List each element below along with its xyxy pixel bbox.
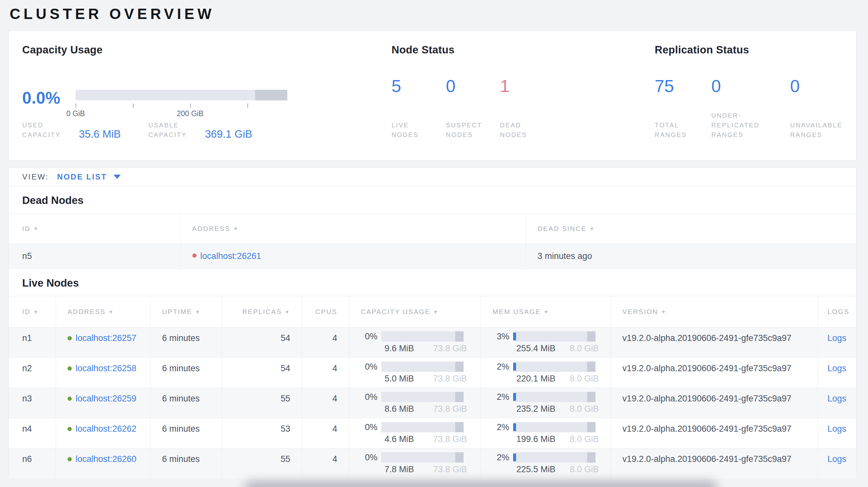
live-nodes-header-row: ID▼ ADDRESS▼ UPTIME▼ REPLICAS▼ CPUS CAPA… [9, 296, 856, 327]
node-id: n1 [9, 327, 56, 357]
dead-node-address-link[interactable]: localhost:26261 [200, 251, 261, 261]
dead-col-header-address[interactable]: ADDRESS▼ [181, 214, 526, 244]
live-col-header-mem-usage[interactable]: MEM USAGE▼ [480, 296, 611, 327]
node-address-link[interactable]: localhost:26257 [75, 333, 136, 343]
node-address-link[interactable]: localhost:26258 [75, 363, 136, 373]
live-nodes-count: 5 [392, 76, 446, 96]
node-mem-usage-cell: 2% 199.6 MiB8.0 GiB [480, 418, 611, 448]
node-mem-usage-cell: 2% 235.2 MiB8.0 GiB [480, 388, 611, 418]
node-logs-cell: Logs [817, 418, 856, 448]
node-logs-cell: Logs [817, 388, 856, 418]
live-col-header-address[interactable]: ADDRESS▼ [56, 296, 150, 327]
live-nodes-heading: Live Nodes [9, 269, 856, 296]
node-uptime: 6 minutes [150, 358, 222, 388]
live-col-header-version[interactable]: VERSION▼ [611, 296, 817, 327]
live-node-row: n6 localhost:26260 6 minutes 55 4 0% 7.8… [9, 448, 856, 479]
node-address-link[interactable]: localhost:26262 [75, 424, 136, 433]
live-col-header-capacity-usage[interactable]: CAPACITY USAGE▼ [349, 296, 480, 327]
live-nodes-label: LIVE NODES [392, 120, 424, 140]
node-cpus: 4 [302, 448, 349, 479]
view-selector[interactable]: NODE LIST [57, 172, 121, 182]
live-col-header-id[interactable]: ID▼ [9, 296, 56, 327]
used-capacity-label: USED CAPACITY [22, 120, 64, 140]
col-label: DEAD SINCE [537, 225, 587, 233]
bottom-scroll-shadow [245, 481, 717, 487]
node-id: n2 [9, 358, 56, 388]
node-mem-usage-cell: 3% 255.4 MiB8.0 GiB [480, 327, 611, 357]
node-address-link[interactable]: localhost:26260 [75, 454, 136, 464]
node-version: v19.2.0-alpha.20190606-2491-gfe735c9a97 [611, 388, 817, 418]
logs-link[interactable]: Logs [828, 424, 846, 433]
node-status-section: Node Status 5 LIVE NODES 0 SUSPECT NODES… [392, 44, 643, 140]
node-replicas: 54 [222, 358, 302, 388]
live-col-header-cpus[interactable]: CPUS [302, 296, 349, 327]
sort-arrow-icon: ▼ [195, 309, 200, 315]
node-address-link[interactable]: localhost:26259 [75, 394, 136, 403]
under-replicated-ranges-count: 0 [711, 76, 790, 96]
node-logs-cell: Logs [817, 448, 856, 479]
node-logs-cell: Logs [817, 358, 856, 388]
node-capacity-usage-cell: 0% 8.6 MiB73.8 GiB [349, 388, 480, 418]
under-replicated-ranges-metric: 0 UNDER-REPLICATED RANGES [711, 76, 790, 140]
dead-node-address-cell: localhost:26261 [181, 244, 526, 268]
live-node-row: n2 localhost:26258 6 minutes 54 4 0% 5.0… [9, 358, 856, 388]
suspect-nodes-count: 0 [446, 76, 500, 96]
total-ranges-metric: 75 TOTAL RANGES [655, 76, 711, 140]
usable-capacity-label: USABLE CAPACITY [148, 120, 190, 140]
node-id: n6 [9, 448, 56, 479]
capacity-bar-chart: 0 GiB 200 GiB [75, 90, 287, 119]
axis-tick-label-0: 0 GiB [66, 109, 85, 118]
node-address-cell: localhost:26262 [56, 418, 150, 448]
logs-link[interactable]: Logs [828, 394, 846, 403]
logs-link[interactable]: Logs [828, 363, 846, 373]
node-id: n3 [9, 388, 56, 418]
dead-status-dot-icon [192, 254, 196, 258]
live-nodes-metric: 5 LIVE NODES [392, 76, 446, 140]
capacity-usage-bar [381, 331, 464, 342]
node-cpus: 4 [302, 358, 349, 388]
dead-col-header-dead-since[interactable]: DEAD SINCE▼ [526, 214, 856, 244]
live-status-dot-icon [68, 336, 72, 340]
node-version: v19.2.0-alpha.20190606-2491-gfe735c9a97 [611, 327, 817, 357]
capacity-usage-bar [381, 362, 464, 372]
col-label: ID [22, 225, 31, 233]
node-uptime: 6 minutes [150, 448, 222, 479]
dead-node-dead-since: 3 minutes ago [526, 244, 856, 268]
axis-tick-label-200: 200 GiB [177, 109, 203, 118]
logs-link[interactable]: Logs [828, 333, 846, 343]
sort-arrow-icon: ▼ [433, 309, 438, 315]
unavailable-ranges-count: 0 [790, 76, 854, 96]
capacity-bar [75, 90, 287, 100]
sort-arrow-icon: ▼ [33, 309, 39, 315]
dead-node-id: n5 [9, 244, 181, 268]
live-col-header-uptime[interactable]: UPTIME▼ [150, 296, 222, 327]
capacity-bar-dark-segment [255, 90, 287, 100]
capacity-usage-section: Capacity Usage 0.0% 0 GiB 200 GiB [22, 44, 376, 140]
unavailable-ranges-metric: 0 UNAVAILABLE RANGES [790, 76, 854, 140]
capacity-usage-title: Capacity Usage [22, 44, 376, 56]
chevron-down-icon [114, 175, 121, 179]
under-replicated-ranges-label: UNDER-REPLICATED RANGES [711, 111, 768, 140]
view-bar: VIEW: NODE LIST [9, 168, 856, 186]
suspect-nodes-metric: 0 SUSPECT NODES [446, 76, 500, 140]
node-version: v19.2.0-alpha.20190606-2491-gfe735c9a97 [611, 418, 817, 448]
sort-arrow-icon: ▼ [661, 309, 666, 315]
dead-col-header-id[interactable]: ID▼ [9, 214, 181, 244]
node-status-title: Node Status [392, 44, 643, 56]
sort-arrow-icon: ▼ [33, 226, 39, 231]
node-id: n4 [9, 418, 56, 448]
node-replicas: 55 [222, 448, 302, 479]
node-version: v19.2.0-alpha.20190606-2491-gfe735c9a97 [611, 448, 817, 479]
live-col-header-replicas[interactable]: REPLICAS▼ [222, 296, 302, 327]
capacity-usage-bar [381, 392, 464, 402]
replication-status-title: Replication Status [655, 44, 854, 56]
node-cpus: 4 [302, 418, 349, 448]
logs-link[interactable]: Logs [828, 454, 846, 464]
live-node-row: n4 localhost:26262 6 minutes 53 4 0% 4.6… [9, 418, 856, 448]
node-replicas: 53 [222, 418, 302, 448]
node-version: v19.2.0-alpha.20190606-2491-gfe735c9a97 [611, 358, 817, 388]
capacity-usage-bar [381, 422, 464, 432]
mem-usage-bar [513, 452, 595, 462]
sort-arrow-icon: ▼ [108, 309, 114, 315]
node-uptime: 6 minutes [150, 388, 222, 418]
